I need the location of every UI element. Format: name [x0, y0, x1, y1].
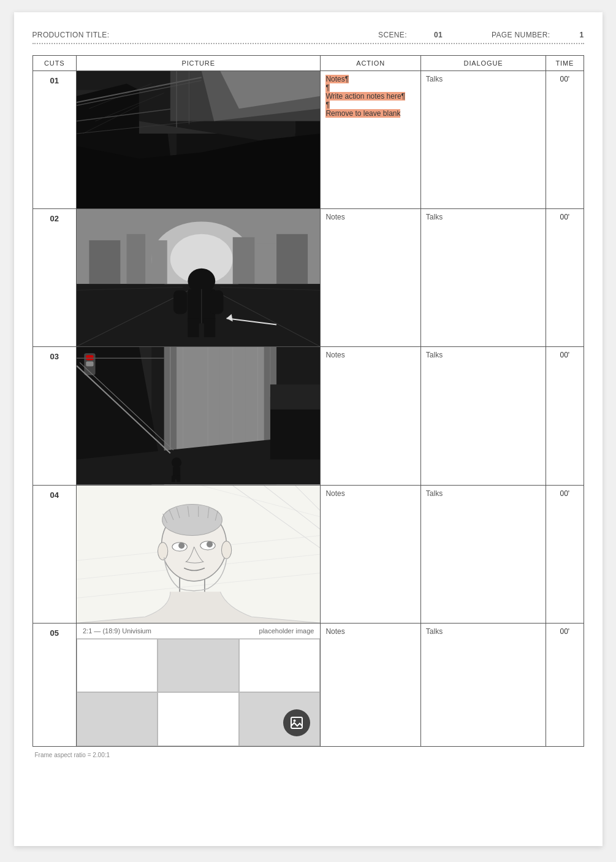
svg-rect-60 [86, 362, 93, 367]
svg-point-96 [294, 719, 296, 722]
picture-cell-01 [77, 71, 321, 209]
placeholder-block-4 [77, 692, 158, 746]
action-notes-03: Notes [325, 351, 344, 359]
table-row: 04 [32, 485, 584, 623]
cut-number: 04 [33, 486, 77, 505]
time-cell-03: 00' [546, 347, 584, 485]
table-row: 03 [32, 347, 584, 485]
dialogue-cell-03[interactable]: Talks [420, 347, 546, 485]
time-value-04: 00' [560, 489, 570, 498]
svg-rect-37 [210, 291, 223, 315]
svg-point-90 [158, 542, 167, 560]
action-notes-05: Notes [325, 627, 344, 636]
sketch-02 [77, 209, 320, 346]
dialogue-cell-04[interactable]: Talks [420, 485, 546, 623]
placeholder-ratio-label: 2:1 — (18:9) Univisium [83, 627, 151, 635]
time-value-01: 00' [560, 75, 570, 83]
dialogue-text-05: Talks [426, 627, 443, 636]
svg-rect-24 [151, 240, 167, 284]
page-header: PRODUCTION TITLE: SCENE: 01 PAGE NUMBER:… [32, 31, 584, 39]
scene-value: 01 [434, 31, 443, 39]
dialogue-cell-05[interactable]: Talks [420, 623, 546, 746]
picture-cell-03 [77, 347, 321, 485]
placeholder-block-3 [239, 639, 320, 693]
cut-number: 05 [33, 624, 77, 643]
svg-rect-28 [89, 240, 120, 284]
placeholder-image-label: placeholder image [259, 627, 314, 635]
table-row: 02 [32, 209, 584, 347]
dialogue-cell-01[interactable]: Talks [420, 71, 546, 209]
time-value-05: 00' [560, 627, 570, 636]
svg-rect-23 [127, 234, 146, 284]
notes-paragraph-mark: ¶ [325, 83, 329, 92]
cut-number-cell: 04 [32, 485, 77, 623]
svg-rect-67 [172, 476, 175, 482]
dialogue-cell-02[interactable]: Talks [420, 209, 546, 347]
footer-note-text: Frame aspect ratio = 2.00:1 [35, 752, 110, 758]
placeholder-block-5 [158, 692, 238, 746]
time-value-02: 00' [560, 213, 570, 221]
footer-note: Frame aspect ratio = 2.00:1 [32, 752, 584, 758]
svg-rect-34 [188, 318, 199, 337]
dialogue-text-02: Talks [426, 213, 443, 221]
svg-rect-59 [86, 356, 93, 360]
picture-cell-04 [77, 485, 321, 623]
image-icon [289, 715, 304, 730]
table-row: 05 2:1 — (18:9) Univisium placeholder im… [32, 623, 584, 746]
image-placeholder-icon [283, 709, 310, 736]
placeholder-block-1 [77, 639, 158, 693]
notes-paragraph-2: ¶ [325, 101, 329, 109]
notes-write-action: Write action notes here¶ [325, 92, 405, 101]
action-cell-04[interactable]: Notes [321, 485, 420, 623]
svg-rect-27 [276, 234, 308, 284]
col-header-action: ACTION [321, 56, 420, 71]
page-number-label: PAGE NUMBER: [492, 31, 550, 39]
cut-number-cell: 05 [32, 623, 77, 746]
action-cell-01[interactable]: Notes¶ ¶ Write action notes here¶ ¶ Remo… [321, 71, 420, 209]
time-cell-05: 00' [546, 623, 584, 746]
col-header-picture: PICTURE [77, 56, 321, 71]
action-notes-highlighted: Notes¶ ¶ Write action notes here¶ ¶ Remo… [325, 75, 415, 118]
scene-label: SCENE: [378, 31, 407, 39]
cut-number: 03 [33, 347, 77, 366]
table-row: 01 [32, 71, 584, 209]
action-cell-02[interactable]: Notes [321, 209, 420, 347]
sketch-01 [77, 71, 320, 208]
action-cell-05[interactable]: Notes [321, 623, 420, 746]
sketch-03 [77, 347, 320, 484]
placeholder-block-2 [158, 639, 238, 693]
svg-rect-36 [173, 291, 187, 315]
picture-cell-02 [77, 209, 321, 347]
col-header-dialogue: DIALOGUE [420, 56, 546, 71]
action-notes-02: Notes [325, 213, 344, 221]
action-cell-03[interactable]: Notes [321, 347, 420, 485]
svg-rect-26 [258, 243, 276, 284]
svg-rect-35 [204, 318, 215, 337]
dialogue-text-04: Talks [426, 489, 443, 498]
dialogue-text-01: Talks [426, 75, 443, 83]
time-cell-02: 00' [546, 209, 584, 347]
col-header-time: TIME [546, 56, 584, 71]
time-cell-01: 00' [546, 71, 584, 209]
cut-number-cell: 02 [32, 209, 77, 347]
picture-cell-05: 2:1 — (18:9) Univisium placeholder image [77, 623, 321, 746]
svg-point-65 [172, 458, 181, 468]
production-label: PRODUCTION TITLE: [32, 31, 110, 39]
svg-rect-95 [291, 717, 302, 728]
storyboard-table: CUTS PICTURE ACTION DIALOGUE TIME 01 [32, 55, 584, 747]
placeholder-label-row: 2:1 — (18:9) Univisium placeholder image [77, 624, 320, 639]
placeholder-grid [77, 639, 320, 746]
svg-rect-64 [270, 384, 321, 410]
svg-point-78 [162, 504, 222, 535]
time-cell-04: 00' [546, 485, 584, 623]
action-notes-04: Notes [325, 489, 344, 498]
page-number-value: 1 [579, 31, 584, 39]
svg-point-89 [207, 541, 213, 547]
svg-point-88 [178, 542, 184, 548]
svg-rect-68 [177, 476, 180, 482]
svg-rect-25 [233, 237, 255, 284]
page: PRODUCTION TITLE: SCENE: 01 PAGE NUMBER:… [14, 12, 603, 846]
col-header-cuts: CUTS [32, 56, 77, 71]
cut-number-cell: 03 [32, 347, 77, 485]
cut-number: 01 [33, 71, 77, 90]
